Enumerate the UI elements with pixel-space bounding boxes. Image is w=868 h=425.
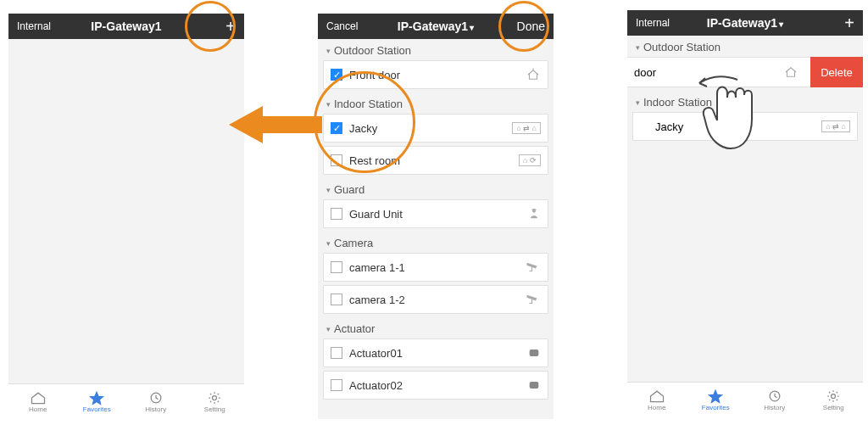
checkbox[interactable] bbox=[331, 154, 342, 166]
actuator-icon bbox=[527, 347, 541, 359]
nav-left[interactable]: Internal bbox=[636, 17, 687, 29]
house-refresh-icon: ⌂ ⟳ bbox=[519, 154, 541, 166]
tab-favorites[interactable]: Favorites bbox=[687, 383, 746, 417]
svg-rect-4 bbox=[530, 382, 539, 389]
svg-point-2 bbox=[532, 210, 536, 213]
favorites-list: ▾Outdoor Station door Delete ▾Indoor Sta… bbox=[627, 36, 863, 382]
checkbox[interactable] bbox=[331, 208, 342, 220]
triangle-icon: ▾ bbox=[636, 43, 640, 52]
house-icon bbox=[526, 68, 541, 81]
list-item[interactable]: Actuator01 bbox=[323, 338, 548, 367]
svg-point-1 bbox=[213, 396, 217, 400]
tab-setting[interactable]: Setting bbox=[186, 384, 245, 419]
tab-home[interactable]: Home bbox=[8, 384, 68, 419]
checkbox[interactable] bbox=[331, 261, 342, 273]
tab-setting[interactable]: Setting bbox=[804, 383, 864, 417]
camera-icon bbox=[526, 294, 541, 305]
cancel-button[interactable]: Cancel bbox=[326, 20, 377, 32]
checkbox[interactable] bbox=[331, 347, 342, 359]
nav-title-dropdown[interactable]: IP-Gateway1▾ bbox=[687, 16, 804, 30]
checkbox[interactable] bbox=[331, 294, 342, 305]
section-outdoor[interactable]: ▾Outdoor Station bbox=[627, 36, 863, 57]
svg-rect-3 bbox=[530, 350, 539, 356]
list-item[interactable]: ✓ Front door bbox=[323, 60, 548, 89]
nav-title-dropdown[interactable]: IP-Gateway1▾ bbox=[377, 20, 494, 33]
add-button[interactable]: + bbox=[185, 18, 236, 35]
nav-bar: Internal IP-Gateway1▾ + bbox=[627, 10, 863, 36]
list-item[interactable]: camera 1-1 bbox=[323, 253, 548, 282]
triangle-icon: ▾ bbox=[326, 186, 331, 194]
plus-icon: + bbox=[844, 14, 854, 32]
section-indoor[interactable]: ▾Indoor Station bbox=[318, 92, 554, 114]
tab-home[interactable]: Home bbox=[627, 383, 687, 417]
plus-icon: + bbox=[225, 17, 236, 36]
tab-history[interactable]: History bbox=[745, 383, 804, 417]
checkbox[interactable] bbox=[331, 379, 342, 391]
house-link-icon: ⌂ ⇄ ⌂ bbox=[821, 120, 850, 132]
triangle-icon: ▾ bbox=[326, 100, 331, 109]
delete-button[interactable]: Delete bbox=[810, 57, 863, 87]
list-item[interactable]: camera 1-2 bbox=[323, 285, 548, 314]
list-item[interactable]: Guard Unit bbox=[323, 199, 548, 228]
house-link-icon: ⌂ ⇄ ⌂ bbox=[512, 122, 541, 134]
checkbox[interactable]: ✓ bbox=[331, 69, 342, 81]
nav-bar: Internal IP-Gateway1 + bbox=[8, 14, 244, 39]
triangle-icon: ▾ bbox=[636, 98, 640, 107]
nav-bar: Cancel IP-Gateway1▾ Done bbox=[318, 14, 554, 39]
section-camera[interactable]: ▾Camera bbox=[318, 232, 554, 253]
svg-point-6 bbox=[832, 394, 836, 399]
guard-icon bbox=[527, 207, 541, 221]
annotation-arrow bbox=[229, 106, 322, 143]
list-item[interactable]: Actuator02 bbox=[323, 371, 548, 400]
section-indoor[interactable]: ▾Indoor Station bbox=[627, 91, 863, 112]
section-outdoor[interactable]: ▾Outdoor Station bbox=[318, 39, 554, 60]
house-icon bbox=[783, 65, 798, 79]
camera-icon bbox=[526, 261, 541, 273]
swipe-row[interactable]: door Delete bbox=[627, 57, 863, 87]
triangle-icon: ▾ bbox=[326, 239, 331, 248]
tab-bar: Home Favorites History Setting bbox=[627, 382, 863, 417]
chevron-down-icon: ▾ bbox=[470, 23, 474, 32]
tab-history[interactable]: History bbox=[126, 384, 186, 419]
list-item[interactable]: ✓ Jacky ⌂ ⇄ ⌂ bbox=[323, 114, 548, 143]
empty-favorites bbox=[8, 39, 244, 383]
checkbox[interactable]: ✓ bbox=[331, 122, 342, 134]
actuator-icon bbox=[527, 379, 541, 391]
tab-bar: Home Favorites History Setting bbox=[8, 383, 244, 419]
nav-left[interactable]: Internal bbox=[17, 20, 68, 32]
triangle-icon: ▾ bbox=[326, 47, 331, 55]
section-actuator[interactable]: ▾Actuator bbox=[318, 317, 554, 338]
triangle-icon: ▾ bbox=[326, 325, 331, 333]
tab-favorites[interactable]: Favorites bbox=[68, 384, 127, 419]
device-list: ▾Outdoor Station ✓ Front door ▾Indoor St… bbox=[318, 39, 554, 419]
nav-title: IP-Gateway1 bbox=[68, 20, 185, 33]
list-item[interactable]: Rest room ⌂ ⟳ bbox=[323, 146, 548, 175]
section-guard[interactable]: ▾Guard bbox=[318, 178, 554, 199]
done-button[interactable]: Done bbox=[494, 20, 545, 33]
chevron-down-icon: ▾ bbox=[779, 20, 783, 29]
add-button[interactable]: + bbox=[804, 14, 854, 31]
list-item[interactable]: Jacky ⌂ ⇄ ⌂ bbox=[632, 112, 858, 141]
